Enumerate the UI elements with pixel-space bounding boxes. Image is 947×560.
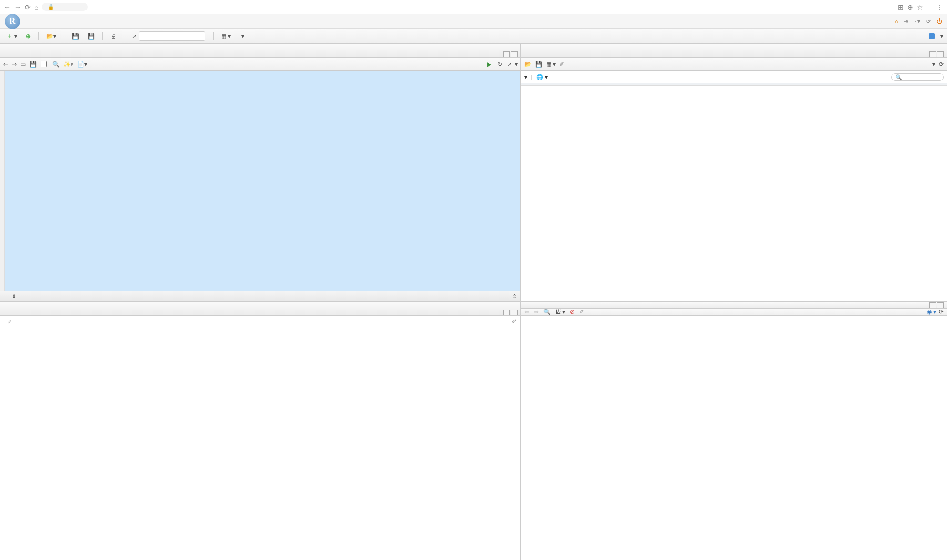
environment-pane: 📂 💾 ▦ ▾ ✐ ≣ ▾ ⟳ ▾ | 🌐 ▾ [521,44,947,302]
power-icon[interactable]: ⏻ [937,18,942,25]
export-button[interactable]: 🖼 ▾ [555,309,565,315]
language-selector[interactable]: ▾ [524,74,527,80]
minimize-pane-icon[interactable] [929,51,936,57]
save-workspace-icon[interactable]: 💾 [535,61,542,68]
maximize-pane-icon[interactable] [937,302,944,308]
publish-button[interactable]: ◉ ▾ [927,309,936,315]
save-file-icon[interactable]: 💾 [30,61,37,68]
minimize-pane-icon[interactable] [503,51,510,57]
zoom-icon[interactable]: ⊕ [907,3,913,11]
show-in-new-window-icon[interactable]: ▭ [20,61,26,68]
clear-plots-icon[interactable]: ✐ [580,309,584,315]
global-toolbar: ＋▾ ⊕ 📂▾ 💾 💾 🖨 ↗ ▦ ▾ ▾ ▾ [0,29,947,44]
editor-tabs [0,44,520,58]
prev-plot-icon[interactable]: ⇐ [524,309,529,315]
source-on-save-checkbox[interactable] [41,61,49,67]
browser-bar: ← → ⟳ ⌂ 🔒 ⊞ ⊕ ☆ ⋮ [0,0,947,14]
open-folder-icon[interactable]: ⇗ [7,318,12,325]
maximize-pane-icon[interactable] [511,310,518,315]
load-workspace-icon[interactable]: 📂 [524,61,531,68]
rerun-icon[interactable]: ↻ [498,61,502,68]
print-button[interactable]: 🖨 [108,32,119,40]
save-button[interactable]: 💾 [69,32,82,40]
clear-env-icon[interactable]: ✐ [560,61,564,68]
code-editor[interactable] [0,71,520,291]
kebab-icon[interactable]: ⋮ [937,3,943,11]
remove-plot-icon[interactable]: ⊘ [570,309,575,315]
home-nav-icon[interactable]: ⌂ [895,18,898,25]
back-icon[interactable]: ← [4,3,10,11]
report-icon[interactable]: 📄▾ [77,61,87,68]
env-scope-selector[interactable]: 🌐 ▾ [536,74,548,80]
list-view-button[interactable]: ≣ ▾ [926,61,935,68]
console-pane: ⇗ ✐ [0,302,521,560]
rstudio-logo: R [5,14,20,29]
new-project-button[interactable]: ⊕ [23,32,33,40]
editor-status-bar: ⇕ ⇕ [0,291,520,301]
star-icon[interactable]: ☆ [917,3,923,11]
project-icon [929,33,935,39]
save-all-button[interactable]: 💾 [85,32,98,40]
maximize-pane-icon[interactable] [937,51,944,57]
plots-pane: ⇐ ⇒ 🔍 🖼 ▾ ⊘ ✐ ◉ ▾ ⟳ [521,302,947,560]
zoom-button[interactable]: 🔍 [543,309,550,315]
plot-area [521,316,947,560]
reload-icon[interactable]: ⟳ [25,3,31,11]
env-search-input[interactable] [891,73,944,81]
console-tabs [0,302,520,316]
maximize-pane-icon[interactable] [511,51,518,57]
forward-icon[interactable]: → [14,3,21,11]
refresh-session-icon[interactable]: ⟳ [926,18,931,25]
env-tabs [521,44,947,58]
plot-tabs [521,302,947,309]
editor-toolbar: ⇐ ⇒ ▭ 💾 🔍 ✨▾ 📄▾ ▶ ↻ ↗ ▾ [0,58,520,71]
source-pane: ⇐ ⇒ ▭ 💾 🔍 ✨▾ 📄▾ ▶ ↻ ↗ ▾ ⇕ ⇕ [0,44,521,302]
grid-button[interactable]: ▦ ▾ [218,32,234,40]
file-type-selector[interactable]: ⇕ [512,293,517,300]
exit-icon[interactable]: ⇥ [904,18,908,25]
import-dataset-button[interactable]: ▦ ▾ [546,61,556,68]
run-button[interactable]: ▶ [487,61,493,68]
find-icon[interactable]: 🔍 [52,61,60,68]
minimize-pane-icon[interactable] [929,302,936,308]
wand-icon[interactable]: ✨▾ [63,61,73,68]
scope-selector[interactable]: ⇕ [12,293,16,300]
menubar: R ⌂ ⇥ · ▾ ⟳ ⏻ [0,14,947,29]
addins-button[interactable]: ▾ [236,32,247,40]
console-path-bar: ⇗ ✐ [0,316,520,327]
console-output[interactable] [0,327,520,560]
forward-nav-icon[interactable]: ⇒ [12,61,17,68]
translate-icon[interactable]: ⊞ [898,3,904,11]
env-scope-bar: ▾ | 🌐 ▾ [521,71,947,83]
back-nav-icon[interactable]: ⇐ [3,61,8,68]
refresh-env-icon[interactable]: ⟳ [939,61,944,68]
minimize-pane-icon[interactable] [503,310,510,315]
goto-file[interactable]: ↗ [129,30,208,42]
home-icon[interactable]: ⌂ [34,3,38,11]
plot-toolbar: ⇐ ⇒ 🔍 🖼 ▾ ⊘ ✐ ◉ ▾ ⟳ [521,309,947,316]
open-file-button[interactable]: 📂▾ [43,32,59,40]
bar-chart [526,320,937,560]
clear-console-icon[interactable]: ✐ [512,318,517,325]
next-plot-icon[interactable]: ⇒ [534,309,539,315]
url-bar[interactable]: 🔒 [42,3,88,11]
refresh-plot-icon[interactable]: ⟳ [939,309,944,315]
lock-icon: 🔒 [48,4,54,10]
new-file-button[interactable]: ＋▾ [4,31,20,41]
source-button[interactable]: ↗ ▾ [507,61,518,68]
env-toolbar: 📂 💾 ▦ ▾ ✐ ≣ ▾ ⟳ [521,58,947,71]
